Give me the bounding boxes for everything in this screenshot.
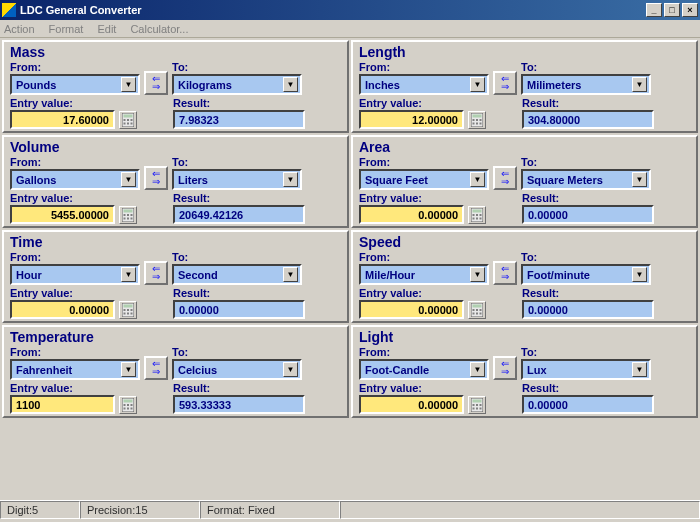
from-unit-select[interactable]: Gallons▼ (10, 169, 140, 190)
from-unit-select[interactable]: Mile/Hour▼ (359, 264, 489, 285)
svg-rect-41 (473, 305, 482, 308)
svg-rect-4 (131, 119, 133, 121)
entry-input[interactable] (359, 395, 464, 414)
panel-title: Light (359, 329, 690, 345)
minimize-button[interactable]: _ (646, 3, 662, 17)
arrow-right-icon: ⇒ (501, 178, 509, 186)
result-label: Result: (173, 382, 305, 394)
from-label: From: (10, 346, 140, 358)
to-unit-select[interactable]: Liters▼ (172, 169, 302, 190)
svg-rect-60 (480, 404, 482, 406)
svg-rect-10 (473, 119, 475, 121)
from-unit-select[interactable]: Inches▼ (359, 74, 489, 95)
to-unit-select[interactable]: Milimeters▼ (521, 74, 651, 95)
swap-button[interactable]: ⇐⇒ (493, 356, 517, 380)
from-label: From: (359, 61, 489, 73)
svg-rect-18 (124, 214, 126, 216)
swap-button[interactable]: ⇐⇒ (493, 71, 517, 95)
to-unit-select[interactable]: Square Meters▼ (521, 169, 651, 190)
svg-rect-5 (124, 123, 126, 125)
entry-label: Entry value: (10, 287, 115, 299)
chevron-down-icon: ▼ (283, 77, 298, 92)
svg-rect-42 (473, 309, 475, 311)
swap-button[interactable]: ⇐⇒ (144, 261, 168, 285)
result-label: Result: (173, 192, 305, 204)
calculator-button[interactable] (119, 111, 137, 129)
result-value: 7.98323 (173, 110, 305, 129)
menu-edit[interactable]: Edit (97, 23, 116, 35)
from-unit-select[interactable]: Foot-Candle▼ (359, 359, 489, 380)
swap-button[interactable]: ⇐⇒ (144, 71, 168, 95)
to-unit-select[interactable]: Lux▼ (521, 359, 651, 380)
svg-rect-12 (480, 119, 482, 121)
from-unit-select[interactable]: Hour▼ (10, 264, 140, 285)
panel-time: TimeFrom:Hour▼⇐⇒To:Second▼Entry value:Re… (2, 230, 349, 323)
svg-rect-1 (124, 115, 133, 118)
calculator-button[interactable] (468, 206, 486, 224)
panel-speed: SpeedFrom:Mile/Hour▼⇐⇒To:Foot/minute▼Ent… (351, 230, 698, 323)
status-digit: Digit:5 (0, 501, 80, 519)
to-unit-select[interactable]: Celcius▼ (172, 359, 302, 380)
to-unit-select[interactable]: Foot/minute▼ (521, 264, 651, 285)
calculator-button[interactable] (468, 396, 486, 414)
calculator-button[interactable] (468, 111, 486, 129)
menu-format[interactable]: Format (49, 23, 84, 35)
entry-input[interactable] (10, 110, 115, 129)
calculator-button[interactable] (119, 396, 137, 414)
to-label: To: (521, 61, 651, 73)
entry-input[interactable] (10, 395, 115, 414)
svg-rect-11 (476, 119, 478, 121)
from-label: From: (10, 61, 140, 73)
svg-rect-43 (476, 309, 478, 311)
entry-input[interactable] (359, 110, 464, 129)
from-label: From: (359, 156, 489, 168)
arrow-right-icon: ⇒ (152, 368, 160, 376)
swap-button[interactable]: ⇐⇒ (144, 356, 168, 380)
svg-rect-35 (127, 309, 129, 311)
to-label: To: (521, 251, 651, 263)
swap-button[interactable]: ⇐⇒ (144, 166, 168, 190)
panel-light: LightFrom:Foot-Candle▼⇐⇒To:Lux▼Entry val… (351, 325, 698, 418)
svg-rect-63 (480, 408, 482, 410)
svg-rect-61 (473, 408, 475, 410)
swap-button[interactable]: ⇐⇒ (493, 261, 517, 285)
entry-input[interactable] (10, 205, 115, 224)
panel-temperature: TemperatureFrom:Fahrenheit▼⇐⇒To:Celcius▼… (2, 325, 349, 418)
result-label: Result: (522, 97, 654, 109)
entry-label: Entry value: (10, 192, 115, 204)
to-label: To: (521, 156, 651, 168)
to-label: To: (172, 156, 302, 168)
calculator-button[interactable] (468, 301, 486, 319)
swap-button[interactable]: ⇐⇒ (493, 166, 517, 190)
entry-label: Entry value: (10, 382, 115, 394)
menu-calculator[interactable]: Calculator... (130, 23, 188, 35)
calculator-button[interactable] (119, 301, 137, 319)
entry-label: Entry value: (359, 287, 464, 299)
maximize-button[interactable]: □ (664, 3, 680, 17)
svg-rect-45 (473, 313, 475, 315)
entry-input[interactable] (10, 300, 115, 319)
window-title: LDC General Converter (20, 4, 644, 16)
svg-rect-50 (124, 404, 126, 406)
svg-rect-57 (473, 400, 482, 403)
to-unit-select[interactable]: Second▼ (172, 264, 302, 285)
svg-rect-3 (127, 119, 129, 121)
from-unit-select[interactable]: Square Feet▼ (359, 169, 489, 190)
svg-rect-44 (480, 309, 482, 311)
close-button[interactable]: × (682, 3, 698, 17)
svg-rect-52 (131, 404, 133, 406)
calculator-button[interactable] (119, 206, 137, 224)
from-unit-select[interactable]: Fahrenheit▼ (10, 359, 140, 380)
entry-input[interactable] (359, 205, 464, 224)
from-label: From: (10, 251, 140, 263)
menu-action[interactable]: Action (4, 23, 35, 35)
result-label: Result: (522, 287, 654, 299)
to-unit-select[interactable]: Kilograms▼ (172, 74, 302, 95)
from-unit-select[interactable]: Pounds▼ (10, 74, 140, 95)
svg-rect-47 (480, 313, 482, 315)
chevron-down-icon: ▼ (283, 362, 298, 377)
chevron-down-icon: ▼ (632, 172, 647, 187)
app-icon (2, 3, 16, 17)
status-bar: Digit:5 Precision:15 Format: Fixed (0, 500, 700, 520)
entry-input[interactable] (359, 300, 464, 319)
